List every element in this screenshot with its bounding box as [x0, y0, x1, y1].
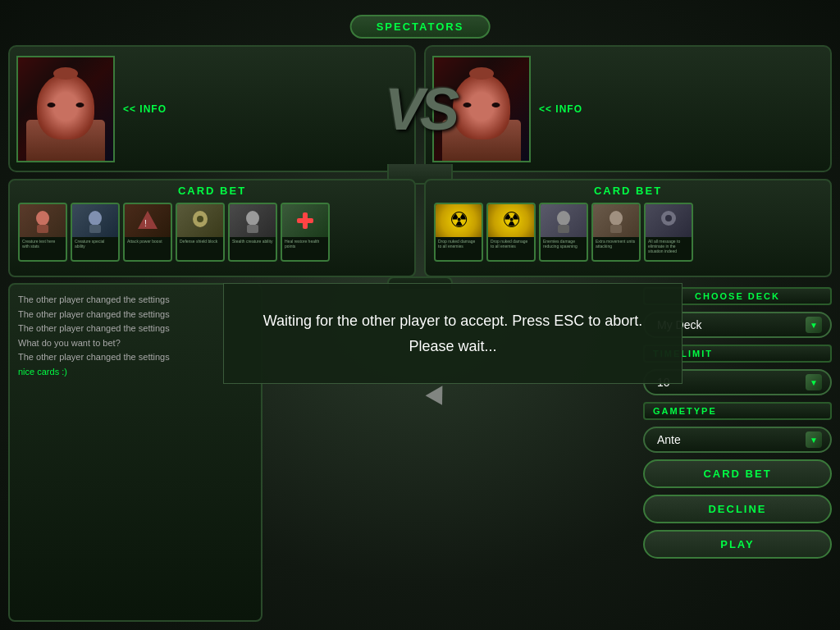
gametype-value: Ante — [657, 433, 806, 446]
left-card-6[interactable]: Heal restore health points — [281, 203, 330, 262]
player-right-info-button[interactable]: << INFO — [539, 103, 824, 115]
svg-text:!: ! — [144, 219, 147, 228]
right-card-1[interactable]: ☢ Drop nuked damage to all enemies — [434, 203, 483, 262]
card-text: Defense shield block — [177, 237, 223, 262]
player-left-face — [18, 57, 113, 161]
gametype-label: GAMETYPE — [643, 402, 832, 420]
card-text: Drop nuked damage to all enemies — [488, 237, 534, 262]
card-img — [72, 204, 118, 237]
char-eyes-left — [48, 103, 84, 107]
card-text: Stealth creature ability — [230, 237, 276, 262]
right-cards-row: ☢ Drop nuked damage to all enemies ☢ Dro… — [434, 201, 822, 262]
chat-msg-3: The other player changed the settings — [18, 322, 253, 336]
card-img — [282, 204, 328, 237]
left-cards-row: Creature text here with stats Creature s… — [18, 201, 406, 262]
card-img: ! — [125, 204, 171, 237]
right-card-5[interactable]: All all message to eliminate in the situ… — [644, 203, 693, 262]
player-right-panel: << INFO — [424, 45, 832, 172]
svg-rect-3 — [89, 225, 101, 233]
card-img — [646, 204, 692, 237]
left-card-bet-title: CARD BET — [18, 185, 406, 197]
svg-rect-15 — [610, 225, 622, 233]
waiting-dialog: Waiting for the other player to accept. … — [223, 283, 682, 384]
cursor-arrow — [426, 386, 451, 409]
right-card-2[interactable]: ☢ Drop nuked damage to all enemies — [486, 203, 536, 262]
gametype-dropdown[interactable]: Ante ▼ — [643, 427, 832, 453]
spectators-button[interactable]: SPECTATORS — [350, 15, 491, 39]
card-img — [593, 204, 639, 237]
svg-rect-1 — [37, 225, 48, 233]
card-img — [20, 204, 66, 237]
player-left-info: << INFO — [115, 103, 408, 115]
svg-point-12 — [557, 211, 570, 226]
card-text: All all message to eliminate in the situ… — [646, 237, 692, 262]
waiting-text-2: Please wait... — [257, 334, 649, 359]
svg-point-14 — [609, 211, 623, 226]
chat-messages: The other player changed the settings Th… — [18, 293, 253, 380]
middle-area: The other player changed the settings Th… — [8, 283, 832, 622]
play-button[interactable]: PLAY — [643, 530, 832, 559]
chat-msg-1: The other player changed the settings — [18, 293, 253, 308]
right-card-3[interactable]: Enemies damage reducing spawning — [539, 203, 588, 262]
svg-point-7 — [197, 216, 203, 222]
char-head-left — [37, 74, 94, 139]
char-eye-right-2 — [492, 103, 500, 107]
card-text: Extra movement units attacking — [593, 237, 639, 262]
card-img: ☢ — [488, 204, 534, 237]
vs-display: VS — [371, 45, 469, 172]
player-right-info: << INFO — [531, 103, 824, 115]
player-left-avatar — [16, 56, 115, 162]
card-img: ☢ — [436, 204, 482, 237]
left-card-bet-panel: CARD BET Creature text here with stats C… — [8, 179, 416, 277]
right-card-bet-title: CARD BET — [434, 185, 822, 197]
svg-point-2 — [89, 211, 102, 226]
card-bet-button[interactable]: CARD BET — [643, 459, 832, 488]
gametype-dropdown-arrow[interactable]: ▼ — [806, 431, 822, 448]
card-text: Attack power boost — [125, 237, 171, 262]
card-img — [230, 204, 276, 237]
vs-text: VS — [385, 75, 455, 143]
svg-point-8 — [246, 211, 259, 226]
chat-msg-2: The other player changed the settings — [18, 308, 253, 322]
nuclear-icon-2: ☢ — [502, 208, 521, 233]
left-card-5[interactable]: Stealth creature ability — [228, 203, 277, 262]
card-img — [177, 204, 223, 237]
chat-msg-6: nice cards :) — [18, 365, 253, 380]
card-text: Creature text here with stats — [20, 237, 66, 262]
card-text: Heal restore health points — [282, 237, 328, 262]
center-area: Waiting for the other player to accept. … — [271, 283, 635, 622]
svg-rect-9 — [247, 225, 258, 233]
svg-point-0 — [36, 211, 49, 226]
deck-dropdown-arrow[interactable]: ▼ — [806, 317, 822, 333]
player-left-info-button[interactable]: << INFO — [123, 103, 408, 115]
svg-rect-13 — [558, 225, 569, 233]
card-img — [541, 204, 587, 237]
card-text: Drop nuked damage to all enemies — [436, 237, 482, 262]
left-card-1[interactable]: Creature text here with stats — [18, 203, 67, 262]
chat-msg-5: The other player changed the settings — [18, 350, 253, 365]
char-eye-left-1 — [48, 103, 56, 107]
chat-msg-4: What do you want to bet? — [18, 336, 253, 351]
nuclear-icon: ☢ — [450, 208, 468, 233]
right-card-bet-panel: CARD BET ☢ Drop nuked damage to all enem… — [424, 179, 832, 277]
char-eye-left-2 — [76, 103, 84, 107]
left-card-3[interactable]: ! Attack power boost — [123, 203, 172, 262]
player-left-panel: << INFO — [8, 45, 416, 172]
card-text: Enemies damage reducing spawning — [541, 237, 587, 262]
waiting-text-1: Waiting for the other player to accept. … — [257, 308, 649, 334]
right-card-4[interactable]: Extra movement units attacking — [591, 203, 641, 262]
svg-point-17 — [665, 215, 672, 221]
svg-rect-11 — [297, 218, 313, 223]
svg-marker-4 — [138, 211, 158, 229]
decline-button[interactable]: DECLINE — [643, 495, 832, 523]
left-card-4[interactable]: Defense shield block — [176, 203, 225, 262]
card-text: Creature special ability — [72, 237, 118, 262]
card-bet-row: CARD BET Creature text here with stats C… — [8, 179, 832, 277]
timelimit-dropdown-arrow[interactable]: ▼ — [806, 374, 822, 390]
left-card-2[interactable]: Creature special ability — [71, 203, 120, 262]
